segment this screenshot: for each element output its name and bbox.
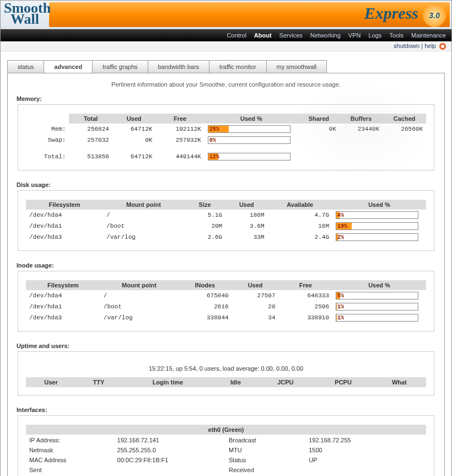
inode-title: Inode usage: <box>17 262 435 269</box>
page-intro: Pertinent information about your Smoothi… <box>17 81 435 88</box>
disk-box: FilesystemMount pointSizeUsedAvailableUs… <box>18 190 434 251</box>
uptime-table: UserTTYLogin timeIdleJCPUPCPUWhat <box>26 377 426 387</box>
nav-maintenance[interactable]: Maintenance <box>411 32 446 39</box>
disk-title: Disk usage: <box>17 181 435 188</box>
help-icon[interactable] <box>439 43 446 50</box>
iface-val <box>306 466 425 474</box>
iface-table: IP Address:192.168.72.141Broadcast192.16… <box>26 435 426 475</box>
iface-val: 255.255.255.0 <box>115 446 225 454</box>
nav-services[interactable]: Services <box>279 32 303 39</box>
iface-key: Status <box>227 456 305 464</box>
tab-bandwidth-bars[interactable]: bandwidth bars <box>148 60 210 73</box>
mem-total-label: Total: <box>26 151 69 162</box>
iface-key: Received <box>227 466 305 474</box>
usage-bar: 25% <box>208 125 290 133</box>
iface-val: 192.168.72.255 <box>306 436 425 445</box>
tab-traffic-monitor[interactable]: traffic monitor <box>209 60 266 73</box>
iface-val: UP <box>306 456 425 464</box>
brand-logo: SmoothWall <box>4 3 51 25</box>
nav-networking[interactable]: Networking <box>310 32 341 39</box>
usage-bar: 19% <box>336 222 418 230</box>
iface-val: 192.168.72.141 <box>115 436 225 445</box>
iface-key: Sent <box>27 466 114 474</box>
memory-box: Total Used Free Used % Shared Buffers Ca… <box>18 104 434 170</box>
interfaces-box: eth0 (Green) IP Address:192.168.72.141Br… <box>18 415 434 476</box>
nav-vpn[interactable]: VPN <box>348 32 361 39</box>
uptime-line: 15:22:15, up 5:54, 0 users, load average… <box>26 365 426 372</box>
usage-bar: 5% <box>336 292 418 299</box>
iface-val: 00:0C:29:F8:1B:F1 <box>115 456 225 464</box>
uptime-box: 15:22:15, up 5:54, 0 users, load average… <box>18 351 434 395</box>
iface-key: Broadcast <box>227 436 305 445</box>
version-badge: 3.0 <box>423 4 446 27</box>
main-nav: ControlAboutServicesNetworkingVPNLogsToo… <box>1 29 451 41</box>
memory-table: Total Used Free Used % Shared Buffers Ca… <box>26 114 426 162</box>
uptime-title: Uptime and users: <box>17 343 435 349</box>
memory-title: Memory: <box>17 95 435 102</box>
help-link[interactable]: help <box>424 42 436 49</box>
shutdown-link[interactable]: shutdown <box>394 42 419 49</box>
usage-bar: 4% <box>336 211 418 219</box>
nav-control[interactable]: Control <box>227 32 246 39</box>
nav-tools[interactable]: Tools <box>389 32 403 39</box>
tab-bar: statusadvancedtraffic graphsbandwidth ba… <box>7 60 445 73</box>
tab-status[interactable]: status <box>7 60 44 73</box>
usage-bar: 0% <box>208 136 290 144</box>
inode-table: FilesystemMount pointINodesUsedFreeUsed … <box>26 280 426 323</box>
iface-key: IP Address: <box>27 436 114 445</box>
interfaces-title: Interfaces: <box>17 407 435 413</box>
usage-bar: 2% <box>336 233 418 241</box>
disk-table: FilesystemMount pointSizeUsedAvailableUs… <box>26 200 426 243</box>
usage-bar: 12% <box>208 153 290 161</box>
iface-val: 1500 <box>306 446 425 454</box>
main-panel: Pertinent information about your Smoothi… <box>7 73 445 476</box>
nav-about[interactable]: About <box>254 32 272 39</box>
utility-bar: shutdown | help <box>1 41 451 51</box>
mem-row-label: Mem: <box>26 124 69 135</box>
tab-traffic-graphs[interactable]: traffic graphs <box>92 60 148 73</box>
usage-bar: 1% <box>336 303 418 311</box>
product-name: Express <box>364 4 418 23</box>
iface-key: MAC Address <box>27 456 114 464</box>
mem-row-label: Swap: <box>26 135 69 146</box>
top-banner: SmoothWall Express 3.0 <box>1 1 451 29</box>
inode-box: FilesystemMount pointINodesUsedFreeUsed … <box>18 271 434 331</box>
iface-val <box>115 466 225 474</box>
nav-logs[interactable]: Logs <box>368 32 381 39</box>
iface-key: Netmask <box>27 446 114 454</box>
tab-advanced[interactable]: advanced <box>44 60 93 73</box>
tab-my-smoothwall[interactable]: my smoothwall <box>266 60 327 73</box>
usage-bar: 1% <box>336 314 418 322</box>
iface-name: eth0 (Green) <box>26 425 426 435</box>
iface-key: MTU <box>227 446 305 454</box>
